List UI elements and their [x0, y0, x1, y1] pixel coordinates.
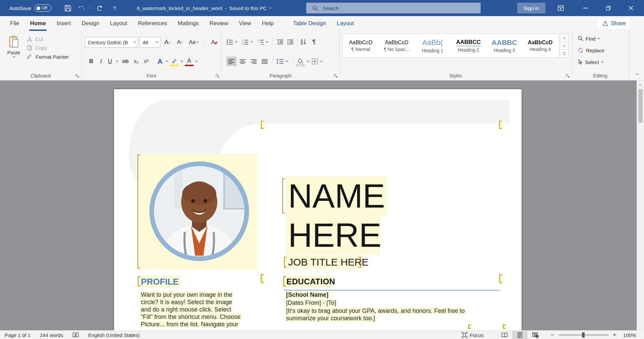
- find-button[interactable]: Find: [578, 34, 599, 43]
- zoom-level[interactable]: 100%: [623, 332, 636, 338]
- bullets-chevron[interactable]: [234, 42, 239, 42]
- collapse-ribbon-button[interactable]: [636, 71, 639, 77]
- word-count[interactable]: 244 words: [40, 332, 63, 338]
- justify-button[interactable]: [260, 57, 270, 66]
- style-heading-4[interactable]: AaBbCcDHeading 4: [522, 34, 558, 57]
- undo-menu-chevron[interactable]: [87, 0, 93, 16]
- text-effects-button[interactable]: A: [156, 57, 164, 65]
- name-field[interactable]: NAME: [288, 176, 385, 216]
- sign-in-button[interactable]: Sign in: [517, 3, 545, 13]
- borders-button[interactable]: [312, 58, 318, 65]
- dates-field[interactable]: [Dates From] - [To]: [285, 299, 337, 306]
- bold-button[interactable]: B: [86, 58, 96, 65]
- numbering-chevron[interactable]: [249, 42, 254, 42]
- decrease-indent-button[interactable]: [275, 39, 285, 45]
- zoom-in-button[interactable]: +: [613, 331, 616, 339]
- styles-scroll-up-button[interactable]: [560, 34, 569, 42]
- document-page[interactable]: NAME HERE JOB TITLE HERE PROFILE Want to…: [114, 89, 522, 330]
- shading-button[interactable]: [296, 57, 305, 66]
- web-layout-button[interactable]: [528, 331, 543, 339]
- tab-layout-contextual[interactable]: Layout: [331, 16, 359, 31]
- profile-text-line[interactable]: Want to put your own image in the: [140, 291, 233, 298]
- close-button[interactable]: [623, 0, 639, 16]
- profile-text-line[interactable]: Picture... from the list. Navigate your: [140, 321, 239, 328]
- paste-button[interactable]: Paste: [4, 36, 23, 69]
- replace-button[interactable]: bc Replace: [578, 46, 604, 55]
- restore-button[interactable]: [600, 0, 616, 16]
- format-painter-button[interactable]: Format Painter: [27, 54, 69, 60]
- zoom-slider[interactable]: [558, 335, 609, 335]
- school-name-field[interactable]: [School Name]: [285, 291, 329, 298]
- underline-button[interactable]: U: [106, 58, 114, 65]
- styles-more-button[interactable]: [560, 50, 569, 58]
- tab-mailings[interactable]: Mailings: [172, 16, 204, 31]
- shrink-font-button[interactable]: A: [174, 39, 185, 45]
- subscript-button[interactable]: x₂: [131, 58, 141, 64]
- font-color-button[interactable]: A: [184, 57, 194, 66]
- tab-home[interactable]: Home: [24, 16, 51, 31]
- multilevel-list-button[interactable]: 1ai: [257, 39, 264, 45]
- profile-text-line[interactable]: “Fill” from the shortcut menu. Choose: [140, 313, 241, 321]
- align-right-button[interactable]: [249, 57, 259, 66]
- tab-references[interactable]: References: [132, 16, 172, 31]
- share-button[interactable]: Share: [598, 18, 630, 29]
- quick-access-toolbar-menu[interactable]: [111, 0, 119, 16]
- style-heading-2[interactable]: AABBCCHeading 2: [450, 34, 486, 57]
- select-button[interactable]: Select: [578, 58, 603, 66]
- style-heading-3[interactable]: AABBCHeading 3: [486, 34, 522, 57]
- font-size-combobox[interactable]: 48: [140, 37, 160, 48]
- highlight-color-button[interactable]: [169, 57, 179, 66]
- line-spacing-button[interactable]: [276, 58, 283, 64]
- style-heading-1[interactable]: AaBb(Heading 1: [415, 34, 450, 57]
- styles-scroll-down-button[interactable]: [560, 42, 569, 50]
- increase-indent-button[interactable]: [285, 39, 295, 45]
- scrollbar-thumb[interactable]: [638, 89, 643, 123]
- tab-table-design[interactable]: Table Design: [288, 16, 331, 31]
- profile-heading[interactable]: PROFILE: [141, 276, 179, 288]
- clear-formatting-button[interactable]: A: [208, 39, 218, 46]
- education-description-line[interactable]: summarize your coursework too.]: [285, 315, 376, 322]
- zoom-out-button[interactable]: −: [550, 331, 554, 339]
- name-field-line2[interactable]: HERE: [288, 216, 381, 255]
- grow-font-button[interactable]: A: [162, 39, 173, 46]
- search-input[interactable]: Search: [306, 3, 481, 13]
- minimize-button[interactable]: [577, 0, 593, 16]
- zoom-slider-thumb[interactable]: [582, 332, 585, 338]
- tab-file[interactable]: File: [5, 16, 24, 31]
- multilevel-chevron[interactable]: [265, 42, 270, 42]
- vertical-scrollbar[interactable]: [637, 80, 644, 330]
- tab-review[interactable]: Review: [204, 16, 233, 31]
- scroll-up-arrow-icon[interactable]: [639, 84, 641, 87]
- undo-button[interactable]: [76, 0, 87, 16]
- underline-menu-chevron[interactable]: [114, 61, 120, 62]
- show-paragraph-marks-button[interactable]: ¶: [309, 38, 319, 46]
- job-title-field[interactable]: JOB TITLE HERE: [288, 256, 369, 269]
- text-effects-chevron[interactable]: [164, 61, 169, 62]
- change-case-button[interactable]: Aa: [187, 39, 200, 45]
- copy-button[interactable]: Copy: [27, 45, 69, 51]
- education-heading[interactable]: EDUCATION: [286, 276, 335, 288]
- style-no-spacing[interactable]: AaBbCcD¶ No Spac...: [379, 34, 415, 57]
- print-layout-button[interactable]: [512, 331, 528, 339]
- tab-help[interactable]: Help: [257, 16, 279, 31]
- superscript-button[interactable]: x²: [141, 58, 151, 64]
- shading-chevron[interactable]: [306, 61, 311, 62]
- numbering-button[interactable]: 123: [241, 39, 249, 45]
- font-color-chevron[interactable]: [194, 61, 199, 62]
- tab-layout[interactable]: Layout: [105, 16, 132, 31]
- save-button[interactable]: [62, 0, 73, 16]
- font-name-combobox[interactable]: Century Gothic (B: [85, 37, 138, 48]
- tab-design[interactable]: Design: [76, 16, 105, 31]
- align-center-button[interactable]: [237, 57, 248, 66]
- strikethrough-button[interactable]: ab: [120, 58, 131, 65]
- read-mode-button[interactable]: [497, 331, 512, 339]
- italic-button[interactable]: I: [96, 58, 106, 65]
- document-title[interactable]: 6_watermark_locked_in_header_word - Save…: [137, 0, 271, 16]
- focus-mode-button[interactable]: Focus: [462, 332, 484, 338]
- tab-view[interactable]: View: [233, 16, 257, 31]
- profile-text-line[interactable]: and do a right mouse click. Select: [140, 306, 232, 313]
- tab-insert[interactable]: Insert: [51, 16, 76, 31]
- profile-text-line[interactable]: circle? It is easy! Select the image: [140, 298, 233, 306]
- proofing-status[interactable]: [72, 332, 79, 338]
- language-indicator[interactable]: English (United States): [88, 332, 140, 338]
